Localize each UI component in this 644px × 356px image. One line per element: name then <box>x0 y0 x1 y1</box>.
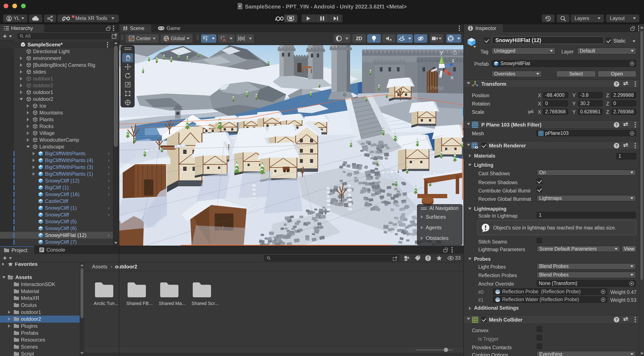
svg-text:x: x <box>451 74 454 80</box>
svg-text:y: y <box>440 49 443 55</box>
svg-text:Y: Y <box>205 38 208 41</box>
svg-text:z: z <box>452 57 454 63</box>
